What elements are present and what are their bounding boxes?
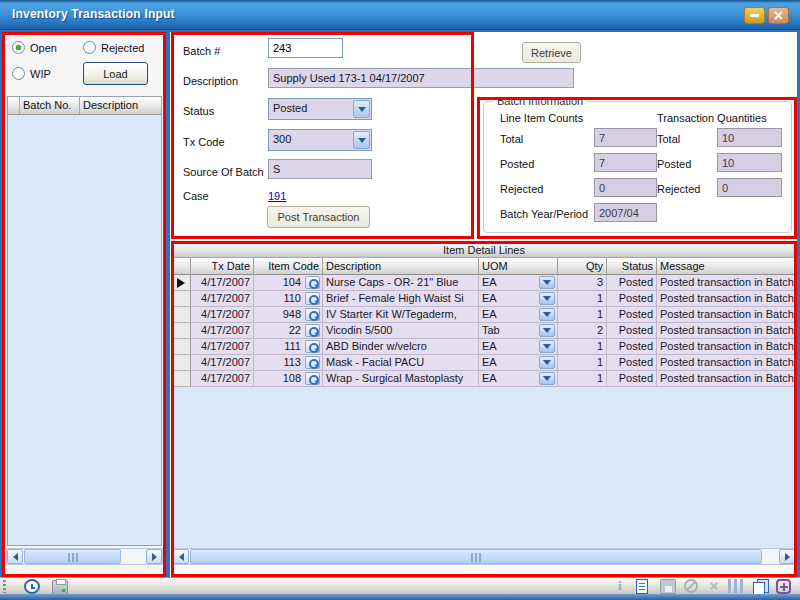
chevron-down-icon[interactable] (539, 308, 555, 321)
col-message[interactable]: Message (657, 258, 795, 275)
chevron-down-icon[interactable] (353, 131, 370, 149)
row-selector[interactable] (173, 291, 191, 307)
row-selector[interactable] (173, 355, 191, 371)
document-icon[interactable] (636, 579, 648, 594)
item-detail-header: Tx Date Item Code Description UOM Qty St… (172, 258, 796, 275)
magnifier-icon[interactable] (305, 324, 320, 337)
tx-code-dropdown[interactable]: 300 (268, 129, 372, 151)
scrollbar-thumb[interactable] (24, 549, 121, 564)
magnifier-icon[interactable] (305, 372, 320, 385)
tx-code-label: Tx Code (183, 136, 225, 148)
batch-list-hscrollbar[interactable] (6, 548, 163, 565)
toolbar-grip-icon[interactable] (3, 580, 6, 593)
cell-tx-date: 4/17/2007 (191, 339, 254, 355)
magnifier-icon[interactable] (305, 292, 320, 305)
cell-message: Posted transaction in Batch (657, 307, 795, 323)
scrollbar-thumb[interactable] (190, 549, 762, 564)
cell-item-code: 113 (254, 355, 323, 371)
table-row[interactable]: 4/17/2007 110 Brief - Female High Waist … (172, 291, 796, 307)
chevron-down-icon[interactable] (539, 340, 555, 353)
col-tx-date[interactable]: Tx Date (191, 258, 254, 275)
batch-list[interactable]: Batch No. Description (7, 96, 162, 546)
printer-icon[interactable] (52, 580, 68, 595)
chevron-down-icon[interactable] (539, 324, 555, 337)
lic-total-label: Total (500, 133, 523, 145)
row-selector[interactable] (173, 307, 191, 323)
scroll-left-icon[interactable] (173, 549, 189, 564)
cell-qty: 2 (558, 323, 607, 339)
description-label: Description (183, 75, 238, 87)
cell-item-code: 948 (254, 307, 323, 323)
col-item-code[interactable]: Item Code (254, 258, 323, 275)
chevron-down-icon[interactable] (353, 100, 370, 118)
row-selector[interactable] (173, 275, 191, 291)
separator-bars-icon[interactable] (728, 579, 744, 594)
cell-status: Posted (607, 339, 657, 355)
save-icon[interactable] (660, 579, 676, 594)
table-row[interactable]: 4/17/2007 108 Wrap - Surgical Mastoplast… (172, 371, 796, 387)
title-bar[interactable]: Inventory Transaction Input (0, 0, 800, 30)
chevron-down-icon[interactable] (539, 276, 555, 289)
table-row[interactable]: 4/17/2007 948 IV Starter Kit W/Tegaderm,… (172, 307, 796, 323)
close-button[interactable] (768, 7, 789, 24)
batch-number-input[interactable]: 243 (268, 38, 343, 58)
description-field[interactable]: Supply Used 173-1 04/17/2007 (268, 68, 574, 88)
line-item-counts-heading: Line Item Counts (500, 112, 583, 124)
chevron-down-icon[interactable] (539, 292, 555, 305)
chevron-down-icon[interactable] (539, 372, 555, 385)
cell-status: Posted (607, 275, 657, 291)
cell-tx-date: 4/17/2007 (191, 371, 254, 387)
info-icon[interactable]: i (612, 579, 628, 594)
chevron-down-icon[interactable] (539, 356, 555, 369)
post-transaction-button[interactable]: Post Transaction (267, 206, 370, 228)
magnifier-icon[interactable] (305, 308, 320, 321)
row-selector[interactable] (173, 371, 191, 387)
scroll-left-icon[interactable] (7, 549, 23, 564)
col-status[interactable]: Status (607, 258, 657, 275)
cell-uom: EA (479, 275, 558, 291)
table-row[interactable]: 4/17/2007 104 Nurse Caps - OR- 21" Blue … (172, 275, 796, 291)
cancel-icon[interactable] (684, 579, 698, 593)
col-selector (173, 258, 191, 275)
batch-list-col-batch-no[interactable]: Batch No. (20, 97, 80, 114)
current-row-icon (177, 278, 190, 288)
batch-year-period-value: 2007/04 (594, 203, 657, 222)
cell-item-code: 111 (254, 339, 323, 355)
table-row[interactable]: 4/17/2007 22 Vicodin 5/500 Tab 2 Posted … (172, 323, 796, 339)
load-button[interactable]: Load (83, 62, 148, 85)
magnifier-icon[interactable] (305, 356, 320, 369)
item-detail-hscrollbar[interactable] (172, 548, 796, 565)
table-row[interactable]: 4/17/2007 111 ABD Binder w/velcro EA 1 P… (172, 339, 796, 355)
batch-list-header: Batch No. Description (8, 97, 161, 115)
magnifier-icon[interactable] (305, 276, 320, 289)
clock-icon[interactable] (24, 579, 40, 594)
scroll-right-icon[interactable] (779, 549, 795, 564)
cell-tx-date: 4/17/2007 (191, 307, 254, 323)
add-plus-icon[interactable] (776, 579, 791, 594)
radio-wip[interactable] (12, 67, 25, 80)
table-row[interactable]: 4/17/2007 113 Mask - Facial PACU EA 1 Po… (172, 355, 796, 371)
col-uom[interactable]: UOM (479, 258, 558, 275)
tq-total-label: Total (657, 133, 680, 145)
minimize-button[interactable] (744, 7, 765, 24)
row-selector[interactable] (173, 339, 191, 355)
radio-rejected[interactable] (83, 41, 96, 54)
source-of-batch-field[interactable]: S (268, 159, 372, 179)
copy-pages-icon[interactable] (752, 579, 768, 594)
col-qty[interactable]: Qty (558, 258, 607, 275)
case-link[interactable]: 191 (268, 190, 286, 202)
radio-open[interactable] (12, 41, 25, 54)
scroll-right-icon[interactable] (146, 549, 162, 564)
tq-posted-value: 10 (717, 153, 782, 172)
batch-list-col-description[interactable]: Description (80, 97, 161, 114)
retrieve-button[interactable]: Retrieve (522, 42, 581, 63)
delete-icon[interactable]: × (706, 579, 722, 594)
row-selector[interactable] (173, 323, 191, 339)
status-dropdown[interactable]: Posted (268, 98, 372, 120)
col-description[interactable]: Description (323, 258, 479, 275)
cell-qty: 1 (558, 307, 607, 323)
cell-status: Posted (607, 371, 657, 387)
cell-tx-date: 4/17/2007 (191, 323, 254, 339)
magnifier-icon[interactable] (305, 340, 320, 353)
tq-rejected-label: Rejected (657, 183, 700, 195)
